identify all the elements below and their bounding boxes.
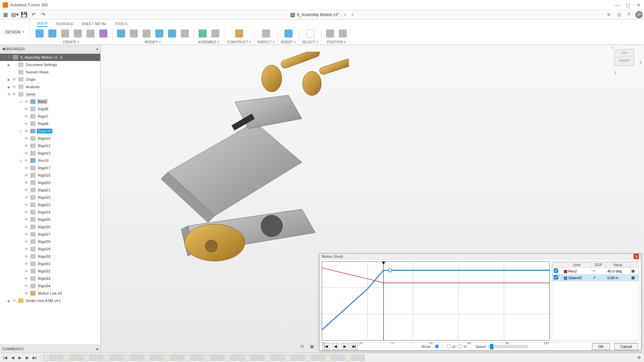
undo-button[interactable]: ↶ <box>30 11 38 19</box>
timeline-feature[interactable] <box>245 355 251 361</box>
motion-row-slider42[interactable]: Slider42 ↗ 0.68 in ▦ <box>552 275 639 281</box>
joint-button[interactable] <box>197 27 209 40</box>
select-button[interactable] <box>304 27 316 40</box>
timeline-feature[interactable] <box>50 355 56 361</box>
timeline-feature[interactable] <box>265 355 271 361</box>
value-slider42[interactable]: 0.68 in <box>606 275 630 281</box>
tree-joint-rigid25[interactable]: 👁Rigid25 <box>0 216 100 223</box>
maximize-button[interactable]: ▢ <box>625 2 631 8</box>
timeline-feature[interactable] <box>278 355 284 361</box>
timeline-end-button[interactable]: ▶| <box>32 355 38 361</box>
timeline-feature[interactable] <box>231 355 237 361</box>
timeline-feature[interactable] <box>177 355 183 361</box>
tab-close-button[interactable]: × <box>344 12 346 17</box>
timeline-feature[interactable] <box>251 355 257 361</box>
tree-joint-rigid33[interactable]: 👁Rigid33 <box>0 275 100 282</box>
timeline-feature[interactable] <box>238 355 244 361</box>
timeline-feature[interactable] <box>84 355 90 361</box>
tree-joints-folder[interactable]: ▼👁Joints <box>0 90 100 98</box>
plane-button[interactable] <box>233 27 245 40</box>
timeline-start-button[interactable]: |◀ <box>2 355 8 361</box>
timeline-feature[interactable] <box>359 355 365 361</box>
combine-button[interactable] <box>153 27 165 40</box>
motion-row-check-slider42[interactable] <box>554 275 558 280</box>
tree-joint-rigid10[interactable]: 👁Rigid10 <box>0 135 100 142</box>
tree-joint-rigid31[interactable]: 👁Rigid31 <box>0 260 100 267</box>
timeline-feature[interactable] <box>70 355 76 361</box>
fillet-button[interactable] <box>128 27 140 40</box>
tree-named-views[interactable]: Named Views <box>0 68 100 76</box>
timeline-feature[interactable] <box>332 355 338 361</box>
revolve-button[interactable] <box>59 27 71 40</box>
app-menu-button[interactable]: ▦ <box>1 11 9 19</box>
viewcube[interactable]: TOP FRONT <box>614 49 637 72</box>
tree-origin[interactable]: ▶👁Origin <box>0 76 100 83</box>
workspace-selector[interactable]: DESIGN▼ <box>0 19 30 45</box>
timeline-feature[interactable] <box>104 355 110 361</box>
tab-sheet-metal[interactable]: SHEET METAL <box>82 22 107 27</box>
browser-tree[interactable]: ▼👁 6_Assembly Motion v1 ⊙ ▶Document Sett… <box>0 53 100 345</box>
motion-row-rev2[interactable]: Rev2 ⤺ 45.0 deg ▦ <box>552 268 639 275</box>
timeline-feature[interactable] <box>224 355 230 361</box>
timeline-fwd-button[interactable]: ▶ <box>24 355 30 361</box>
motion-row-check-rev2[interactable] <box>554 268 558 273</box>
timeline-feature[interactable] <box>352 355 358 361</box>
sweep-button[interactable] <box>72 27 84 40</box>
motion-cancel-button[interactable]: Cancel <box>614 343 638 350</box>
timeline-feature[interactable] <box>305 355 311 361</box>
file-menu-button[interactable]: ▤▾ <box>11 11 19 19</box>
help-button[interactable]: ? <box>625 11 633 18</box>
motion-graph[interactable]: 0 20 27 40 60 80 100 <box>322 261 550 340</box>
tree-joint-rigid7[interactable]: 👁Rigid7 <box>0 113 100 120</box>
timeline-feature[interactable] <box>338 355 344 361</box>
save-button[interactable]: 💾 <box>20 11 28 19</box>
extrude-button[interactable] <box>46 27 58 40</box>
value-rev2[interactable]: 45.0 deg <box>606 268 630 275</box>
viewcube-front-face[interactable]: FRONT <box>614 56 635 65</box>
as-built-joint-button[interactable] <box>209 27 221 40</box>
tree-joint-rev2[interactable]: ▷👁Rev2 <box>0 98 100 105</box>
tree-joint-rigid26[interactable]: 👁Rigid26 <box>0 223 100 231</box>
timeline-play-button[interactable]: ▶ <box>17 355 23 361</box>
tree-joint-rigid21[interactable]: 👁Rigid21 <box>0 186 100 194</box>
timeline-feature[interactable] <box>117 355 123 361</box>
tree-joint-rigid30[interactable]: 👁Rigid30 <box>0 253 100 260</box>
press-pull-button[interactable] <box>115 27 127 40</box>
tree-joint-rigid28[interactable]: 👁Rigid28 <box>0 238 100 245</box>
mode-pingpong[interactable]: ⇄ <box>446 344 455 349</box>
timeline-feature[interactable] <box>144 355 150 361</box>
comments-footer[interactable]: COMMENTS ● <box>0 345 100 353</box>
timeline-feature[interactable] <box>191 355 197 361</box>
split-button[interactable] <box>166 27 178 40</box>
minimize-button[interactable]: — <box>614 2 620 8</box>
timeline-feature[interactable] <box>184 355 190 361</box>
timeline-feature[interactable] <box>198 355 204 361</box>
timeline-feature[interactable] <box>151 355 157 361</box>
tree-joint-rigid34[interactable]: 👁Rigid34 <box>0 282 100 290</box>
tree-joint-rigid20[interactable]: 👁Rigid20 <box>0 179 100 186</box>
speed-slider[interactable] <box>488 345 528 348</box>
tree-joint-rigid6[interactable]: 👁Rigid6 <box>0 105 100 113</box>
timeline-feature[interactable] <box>258 355 264 361</box>
tree-joint-rigid8[interactable]: 👁Rigid8 <box>0 120 100 127</box>
user-avatar[interactable]: JP <box>635 11 643 18</box>
tree-joint-slider42[interactable]: ▷👁Slider42 <box>0 127 100 135</box>
move-button[interactable] <box>179 27 191 40</box>
tree-joint-rigid24[interactable]: 👁Rigid24 <box>0 208 100 216</box>
loft-button[interactable] <box>85 27 97 40</box>
browser-collapse-button[interactable]: ● <box>96 47 98 51</box>
tree-root[interactable]: ▼👁 6_Assembly Motion v1 ⊙ <box>0 54 100 61</box>
position-button[interactable] <box>324 27 336 40</box>
tree-joint-rigid23[interactable]: 👁Rigid23 <box>0 201 100 208</box>
measure-button[interactable] <box>260 27 272 40</box>
insert-button[interactable] <box>282 27 294 40</box>
row-menu-slider42[interactable]: ▦ <box>630 275 638 281</box>
timeline-feature[interactable] <box>157 355 163 361</box>
timeline-feature[interactable] <box>137 355 143 361</box>
tree-component[interactable]: ▶👁Grider Vise ASM v4:1 <box>0 297 100 304</box>
timeline-feature[interactable] <box>63 355 69 361</box>
timeline-feature[interactable] <box>204 355 210 361</box>
tree-joint-motion-link-43[interactable]: 👁Motion Link 43 <box>0 290 100 297</box>
timeline-feature[interactable] <box>171 355 177 361</box>
timeline-feature[interactable] <box>110 355 116 361</box>
